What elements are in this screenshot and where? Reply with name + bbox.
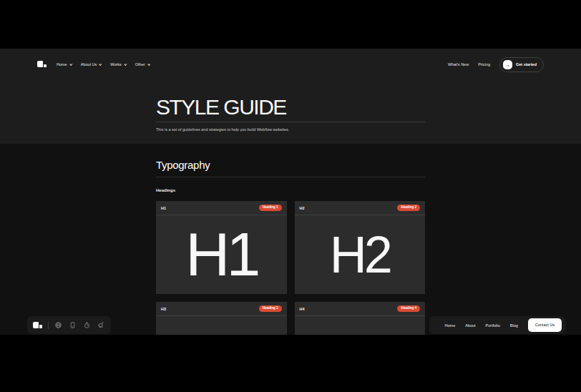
nav-label: Other [135,62,145,67]
logo-icon [44,64,47,68]
globe-icon[interactable] [54,322,62,329]
section-title: Typography [156,159,425,172]
nav-item-whats-new[interactable]: What's New [448,62,469,67]
divider [156,177,425,177]
page-title: STYLE GUIDE [156,97,425,118]
nav-item-pricing[interactable]: Pricing [478,62,490,67]
logo-icon [39,325,42,328]
logo-icon [33,322,39,328]
heading-badge: Heading 4 [397,305,420,313]
h3-sample-text: H3 [193,333,249,335]
bottom-nav-portfolio[interactable]: Portfolio [486,323,500,328]
nav-item-home[interactable]: Home [57,62,72,67]
nav-label: Works [110,62,121,67]
divider [48,322,49,329]
nav-label: About Us [81,62,97,67]
top-navbar: Home About Us Works Other [0,49,581,80]
type-card-h2: H2 Heading 2 H2 [295,201,426,294]
get-started-label: Get started [516,62,537,67]
stopwatch-icon[interactable] [83,322,90,329]
nav-item-about-us[interactable]: About Us [81,62,102,67]
site-logo[interactable] [37,61,47,68]
typography-section: Typography Headings H1 Heading 1 H1 [0,144,581,335]
divider [156,122,425,122]
type-card-h1: H1 Heading 1 H1 [156,201,287,294]
contact-us-button[interactable]: Contact Us [528,318,562,333]
chevron-down-icon [124,62,127,65]
smartphone-icon[interactable] [69,322,76,329]
toolbar-logo[interactable] [33,322,42,329]
screenshot-stage: Home About Us Works Other [0,0,581,392]
megaphone-icon[interactable] [97,322,104,329]
get-started-button[interactable]: → Get started [499,57,544,72]
headings-group-label: Headings [156,188,425,192]
type-card-h4: H4 Heading 4 H4 [295,302,426,335]
heading-badge: Heading 3 [259,305,282,313]
bottom-nav-blog[interactable]: Blog [510,323,518,328]
heading-badge: Heading 2 [397,205,420,212]
heading-badge: Heading 1 [259,205,282,212]
card-label: H3 [161,307,166,311]
nav-item-works[interactable]: Works [110,62,125,67]
bottom-nav-about[interactable]: About [465,323,475,328]
bottom-navbar: Home About Portfolio Blog Contact Us [429,316,565,334]
chevron-down-icon [99,62,102,65]
chevron-down-icon [147,62,150,65]
nav-item-other[interactable]: Other [135,62,150,67]
h4-sample-text: H4 [332,333,388,335]
hero-section: Home About Us Works Other [0,49,581,144]
card-label: H2 [300,206,305,210]
arrow-right-icon: → [503,60,512,69]
h2-sample-text: H2 [330,230,390,279]
logo-icon [37,61,43,67]
h1-sample-text: H1 [185,225,257,284]
nav-links: Home About Us Works Other [57,62,150,67]
type-card-h3: H3 Heading 3 H3 [156,302,287,335]
bottom-toolbar [27,316,111,334]
page-subtitle: This is a set of guidelines and strategi… [156,127,425,132]
chevron-down-icon [69,62,72,65]
nav-label: Home [57,62,67,67]
website-viewport: Home About Us Works Other [0,49,581,335]
headings-card-grid: H1 Heading 1 H1 H2 Heading 2 H [156,201,425,335]
card-label: H4 [300,307,305,311]
card-label: H1 [161,206,166,210]
bottom-nav-home[interactable]: Home [445,323,456,328]
